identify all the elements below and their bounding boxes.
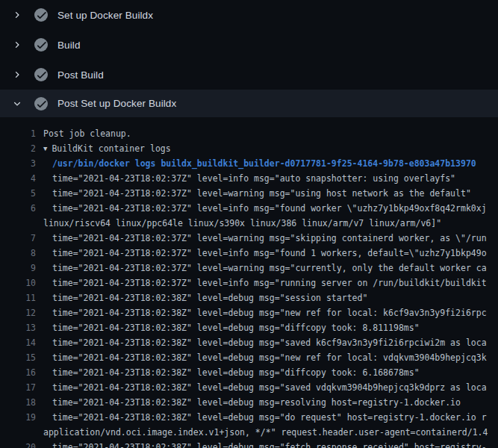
line-number[interactable]: 18 <box>0 395 36 410</box>
line-number[interactable]: 3 <box>0 156 36 171</box>
log-line[interactable]: 3 /usr/bin/docker logs buildx_buildkit_b… <box>0 156 498 171</box>
step-row-build[interactable]: Build <box>0 30 498 60</box>
line-number[interactable]: 4 <box>0 171 36 186</box>
log-text: time="2021-04-23T18:02:38Z" level=debug … <box>43 290 367 305</box>
check-circle-icon <box>34 8 48 22</box>
step-row-post-build[interactable]: Post Build <box>0 60 498 90</box>
log-text: application/vnd.oci.image.index.v1+json,… <box>43 425 488 440</box>
log-text: time="2021-04-23T18:02:38Z" level=debug … <box>43 395 461 410</box>
line-number[interactable]: 1 <box>0 126 36 141</box>
log-line[interactable]: 1 Post job cleanup. <box>0 126 498 141</box>
line-number[interactable]: 17 <box>0 380 36 395</box>
chevron-right-icon[interactable] <box>9 70 25 79</box>
log-text: time="2021-04-23T18:02:38Z" level=debug … <box>43 335 487 350</box>
line-number[interactable]: 12 <box>0 305 36 320</box>
log-text: time="2021-04-23T18:02:37Z" level=warnin… <box>43 186 471 201</box>
log-text: time="2021-04-23T18:02:38Z" level=debug … <box>43 365 420 380</box>
log-text: time="2021-04-23T18:02:38Z" level=debug … <box>43 305 487 320</box>
chevron-right-icon[interactable] <box>9 10 25 19</box>
line-number[interactable]: 13 <box>0 320 36 335</box>
log-line[interactable]: 9 time="2021-04-23T18:02:37Z" level=warn… <box>0 261 498 276</box>
line-number[interactable]: 7 <box>0 231 36 246</box>
actions-log-viewer: Set up Docker Buildx Build Post Build Po… <box>0 0 498 448</box>
log-line[interactable]: 14 time="2021-04-23T18:02:38Z" level=deb… <box>0 335 498 350</box>
log-text: time="2021-04-23T18:02:37Z" level=info m… <box>43 276 487 290</box>
log-line[interactable]: 17 time="2021-04-23T18:02:38Z" level=deb… <box>0 380 498 395</box>
log-line[interactable]: 15 time="2021-04-23T18:02:38Z" level=deb… <box>0 350 498 365</box>
log-text: time="2021-04-23T18:02:37Z" level=warnin… <box>43 261 487 276</box>
log-text: time="2021-04-23T18:02:38Z" level=debug … <box>43 380 487 395</box>
check-circle-icon <box>34 68 48 81</box>
line-number[interactable]: 8 <box>0 246 36 261</box>
line-number[interactable]: 20 <box>0 440 36 448</box>
step-row-set-up-docker-buildx[interactable]: Set up Docker Buildx <box>0 0 498 30</box>
log-line[interactable]: 13 time="2021-04-23T18:02:38Z" level=deb… <box>0 320 498 335</box>
log-line[interactable]: linux/riscv64 linux/ppc64le linux/s390x … <box>0 216 498 231</box>
log-line[interactable]: 18 time="2021-04-23T18:02:38Z" level=deb… <box>0 395 498 410</box>
log-text: time="2021-04-23T18:02:38Z" level=debug … <box>43 410 487 425</box>
log-line[interactable]: 20 time="2021-04-23T18:02:38Z" level=deb… <box>0 440 498 448</box>
log-text: Post job cleanup. <box>43 126 131 141</box>
log-line[interactable]: 5 time="2021-04-23T18:02:37Z" level=warn… <box>0 186 498 201</box>
log-text: time="2021-04-23T18:02:38Z" level=debug … <box>43 320 420 335</box>
log-line[interactable]: 10 time="2021-04-23T18:02:37Z" level=inf… <box>0 276 498 290</box>
line-number[interactable]: 14 <box>0 335 36 350</box>
chevron-right-icon[interactable] <box>9 40 25 49</box>
line-number[interactable] <box>0 216 36 231</box>
log-text: time="2021-04-23T18:02:37Z" level=warnin… <box>43 231 487 246</box>
log-line[interactable]: 8 time="2021-04-23T18:02:37Z" level=info… <box>0 246 498 261</box>
log-text: time="2021-04-23T18:02:38Z" level=debug … <box>43 440 487 448</box>
log-text: linux/riscv64 linux/ppc64le linux/s390x … <box>43 216 441 231</box>
log-line[interactable]: 6 time="2021-04-23T18:02:37Z" level=info… <box>0 201 498 216</box>
check-circle-icon <box>34 38 48 52</box>
line-number[interactable]: 6 <box>0 201 36 216</box>
chevron-down-icon[interactable] <box>9 99 25 108</box>
line-number[interactable]: 19 <box>0 410 36 425</box>
line-number[interactable]: 15 <box>0 350 36 365</box>
log-text: /usr/bin/docker logs buildx_buildkit_bui… <box>43 156 476 171</box>
log-text: time="2021-04-23T18:02:37Z" level=info m… <box>43 246 487 261</box>
line-number[interactable]: 5 <box>0 186 36 201</box>
log-text: time="2021-04-23T18:02:37Z" level=info m… <box>43 171 455 186</box>
log-text: ▼BuildKit container logs <box>43 141 171 156</box>
step-label: Post Set up Docker Buildx <box>57 98 176 109</box>
step-label: Post Build <box>57 69 104 81</box>
log-text: time="2021-04-23T18:02:38Z" level=debug … <box>43 350 487 365</box>
line-number[interactable]: 16 <box>0 365 36 380</box>
line-number[interactable]: 9 <box>0 261 36 276</box>
step-list: Set up Docker Buildx Build Post Build Po… <box>0 0 498 117</box>
log-line[interactable]: 16 time="2021-04-23T18:02:38Z" level=deb… <box>0 365 498 380</box>
collapse-triangle-icon[interactable]: ▼ <box>43 141 52 156</box>
log-line[interactable]: application/vnd.oci.image.index.v1+json,… <box>0 425 498 440</box>
log-line[interactable]: 11 time="2021-04-23T18:02:38Z" level=deb… <box>0 290 498 305</box>
check-circle-icon <box>34 97 48 111</box>
log-line[interactable]: 12 time="2021-04-23T18:02:38Z" level=deb… <box>0 305 498 320</box>
step-label: Build <box>57 40 81 51</box>
log-line[interactable]: 19 time="2021-04-23T18:02:38Z" level=deb… <box>0 410 498 425</box>
line-number[interactable]: 10 <box>0 276 36 290</box>
step-label: Set up Docker Buildx <box>57 10 153 21</box>
log-line[interactable]: 7 time="2021-04-23T18:02:37Z" level=warn… <box>0 231 498 246</box>
log-line[interactable]: 2 ▼BuildKit container logs <box>0 141 498 156</box>
line-number[interactable] <box>0 425 36 440</box>
log-line[interactable]: 4 time="2021-04-23T18:02:37Z" level=info… <box>0 171 498 186</box>
line-number[interactable]: 2 <box>0 141 36 156</box>
log-area: 1 Post job cleanup. 2 ▼BuildKit containe… <box>0 117 498 448</box>
line-number[interactable]: 11 <box>0 290 36 305</box>
log-text: time="2021-04-23T18:02:37Z" level=info m… <box>43 201 487 216</box>
step-row-post-set-up-docker-buildx[interactable]: Post Set up Docker Buildx <box>0 90 498 117</box>
